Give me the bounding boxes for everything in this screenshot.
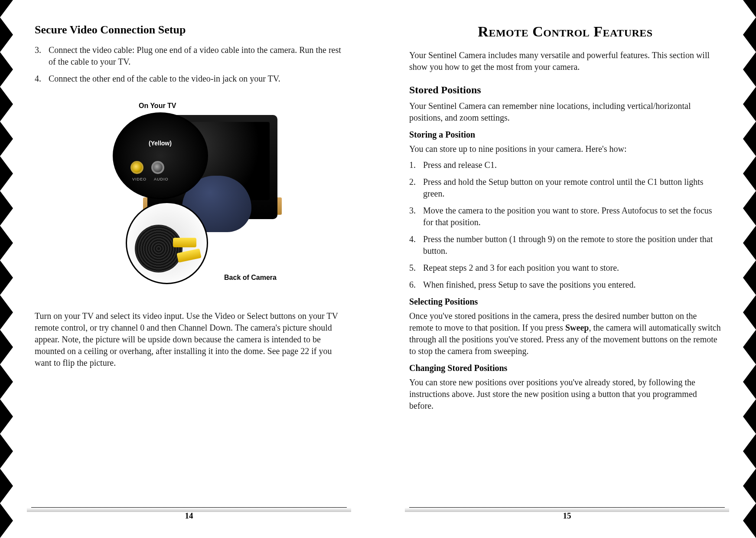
storing-steps-list: Press and release C1. Press and hold the…: [409, 159, 721, 291]
figure-label-back: Back of Camera: [224, 274, 277, 282]
rca-plug-icon: [173, 238, 196, 247]
list-item: Repeat steps 2 and 3 for each position y…: [409, 262, 721, 274]
list-item: Connect the video cable: Plug one end of…: [35, 44, 347, 68]
manual-spread: Secure Video Connection Setup Connect th…: [0, 0, 756, 538]
selecting-positions-heading: Selecting Positions: [409, 297, 721, 307]
storing-intro: You can store up to nine positions in yo…: [409, 143, 721, 155]
figure-label-yellow: (Yellow): [149, 140, 172, 147]
left-footer: 14: [31, 507, 347, 521]
right-content: Remote Control Features Your Sentinel Ca…: [409, 21, 725, 416]
list-item: Press the number button (1 through 9) on…: [409, 233, 721, 257]
callout-tv-ports: (Yellow) VIDEO AUDIO: [113, 112, 208, 199]
stored-positions-intro: Your Sentinel Camera can remember nine l…: [409, 100, 721, 124]
connection-figure: On Your TV (Yellow) VIDEO AUDIO: [100, 111, 282, 293]
cable-coil-icon: [135, 225, 182, 272]
left-content: Secure Video Connection Setup Connect th…: [31, 21, 347, 373]
callout-camera-back: [126, 202, 208, 284]
page-right: Remote Control Features Your Sentinel Ca…: [378, 0, 756, 538]
audio-port-icon: [151, 161, 164, 174]
list-item: Press and release C1.: [409, 159, 721, 171]
right-footer: 15: [409, 507, 725, 521]
decorative-edge-right: [743, 0, 756, 538]
decorative-edge-left: [0, 0, 13, 538]
port-label-audio: AUDIO: [154, 177, 169, 181]
left-steps-list: Connect the video cable: Plug one end of…: [35, 44, 347, 85]
figure-wrap: On Your TV (Yellow) VIDEO AUDIO: [35, 111, 347, 293]
list-item: Move the camera to the position you want…: [409, 205, 721, 228]
page-number: 15: [563, 511, 571, 520]
stored-positions-heading: Stored Positions: [409, 84, 721, 96]
port-row: [130, 161, 164, 174]
storing-position-heading: Storing a Position: [409, 130, 721, 140]
selecting-positions-paragraph: Once you've stored positions in the came…: [409, 310, 721, 357]
list-item: Connect the other end of the cable to th…: [35, 73, 347, 85]
page-left: Secure Video Connection Setup Connect th…: [0, 0, 378, 538]
video-port-icon: [130, 161, 143, 174]
chapter-title: Remote Control Features: [409, 23, 721, 40]
chapter-intro: Your Sentinel Camera includes many versa…: [409, 49, 721, 73]
left-section-title: Secure Video Connection Setup: [35, 23, 347, 36]
list-item: When finished, press Setup to save the p…: [409, 279, 721, 291]
left-bottom-paragraph: Turn on your TV and select its video inp…: [35, 310, 347, 369]
figure-label-tv: On Your TV: [139, 102, 176, 110]
changing-positions-paragraph: You can store new positions over positio…: [409, 377, 721, 412]
changing-positions-heading: Changing Stored Positions: [409, 363, 721, 373]
list-item: Press and hold the Setup button on your …: [409, 176, 721, 200]
page-number: 14: [185, 511, 193, 520]
sweep-keyword: Sweep: [565, 323, 589, 332]
port-label-video: VIDEO: [132, 177, 147, 181]
